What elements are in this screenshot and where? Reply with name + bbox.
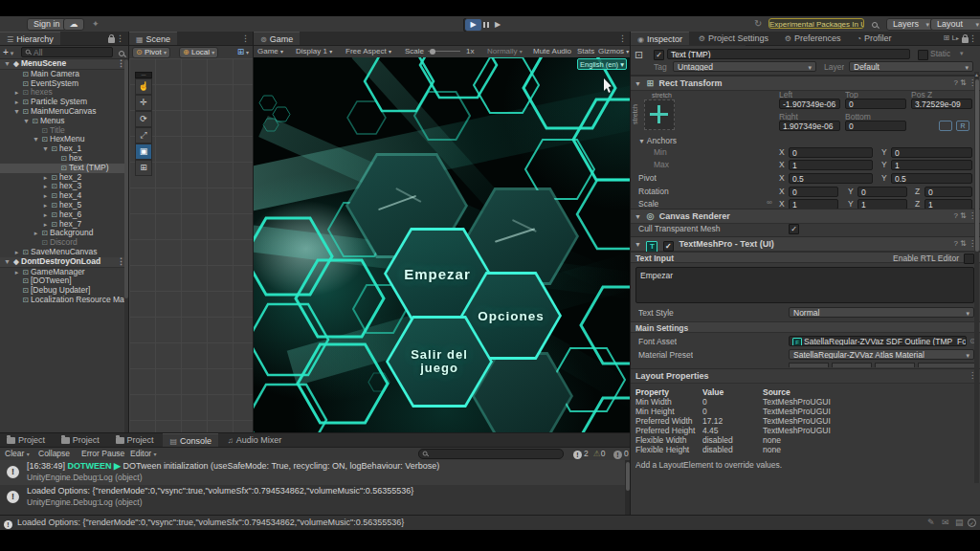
error-count-badge[interactable]: !0 xyxy=(613,448,629,459)
hierarchy-item[interactable]: ▼⊡hex_1 xyxy=(0,144,128,154)
scale-link-icon[interactable]: ∞ xyxy=(767,198,772,207)
game-viewport[interactable]: Empezar Opciones Salir del juego English… xyxy=(254,57,630,432)
editor-dropdown[interactable]: Editor ▾ xyxy=(130,449,157,458)
experimental-packages-button[interactable]: Experimental Packages In Use ▾ xyxy=(768,18,864,29)
hierarchy-menu-icon[interactable]: ⋮ xyxy=(116,33,124,43)
raw-edit-mode-button[interactable]: R xyxy=(956,121,969,131)
log-entry[interactable]: ! Loaded Options: {"renderMode":0,"vsync… xyxy=(0,485,630,516)
stats-button[interactable]: Stats xyxy=(577,47,594,55)
anchor-min-y[interactable]: 0 xyxy=(891,147,972,158)
tab-inspector[interactable]: ◉Inspector xyxy=(631,32,689,45)
tmp-text-area[interactable]: Empezar xyxy=(635,267,974,303)
gameobject-name-field[interactable]: Text (TMP) xyxy=(667,49,910,59)
inspector-menu-icon[interactable]: ⋮ xyxy=(969,33,977,43)
tool-move[interactable]: ✛ xyxy=(135,95,152,111)
tab-preferences[interactable]: ⚙Preferences xyxy=(778,32,848,45)
package-icon[interactable]: ✉ xyxy=(942,518,949,527)
tab-project-3[interactable]: Project xyxy=(109,433,161,447)
cull-transparent-mesh-checkbox[interactable]: ✓ xyxy=(789,224,799,234)
tab-audio-mixer[interactable]: ♫Audio Mixer xyxy=(221,433,289,447)
refresh-icon[interactable]: ↻ xyxy=(754,18,762,29)
top-field[interactable]: 0 xyxy=(845,99,906,109)
more-tabs-icon[interactable]: ⊞ L▸ xyxy=(944,33,959,42)
anchor-max-y[interactable]: 1 xyxy=(891,160,972,170)
search-icon[interactable] xyxy=(872,20,879,31)
pause-button-bar2[interactable] xyxy=(487,22,489,28)
tab-project-settings[interactable]: ⚙Project Settings xyxy=(692,32,775,45)
tmp-enabled-checkbox[interactable]: ✓ xyxy=(663,241,674,252)
scene-viewport[interactable]: — ☝ ✛ ⟳ ⤢ ▣ ⊞ xyxy=(129,58,253,432)
text-style-dropdown[interactable]: Normal▾ xyxy=(789,307,974,318)
static-dropdown-icon[interactable]: ▾ xyxy=(960,50,964,57)
gizmos-dropdown[interactable]: Gizmos ▾ xyxy=(598,47,629,55)
mute-audio-button[interactable]: Mute Audio xyxy=(533,47,571,55)
aspect-dropdown[interactable]: Free Aspect ▾ xyxy=(345,47,391,55)
clear-button[interactable]: Clear ▾ xyxy=(5,449,30,458)
anchors-foldout[interactable]: Anchors xyxy=(647,136,677,145)
tool-hand[interactable]: ☝ xyxy=(135,78,152,95)
lock-icon[interactable] xyxy=(108,34,115,45)
play-button[interactable]: ▶ xyxy=(465,19,481,31)
anchor-max-x[interactable]: 1 xyxy=(789,160,873,170)
language-dropdown[interactable]: English (en) ▾ xyxy=(577,58,627,70)
anchor-min-x[interactable]: 0 xyxy=(789,147,873,158)
material-preset-dropdown[interactable]: SatellaRegular-ZVVaz Atlas Material▾ xyxy=(789,349,974,360)
layout-dropdown[interactable]: Layout▾ xyxy=(930,18,980,31)
left-field[interactable]: -1.907349e-06 xyxy=(779,99,840,109)
cache-server-icon[interactable]: ✎ xyxy=(927,518,935,527)
layers-dropdown[interactable]: Layers▾ xyxy=(886,18,936,31)
help-icon[interactable]: ? xyxy=(953,78,957,87)
collapse-button[interactable]: Collapse xyxy=(38,449,70,458)
scale-slider[interactable] xyxy=(428,51,460,52)
gameobject-cube-icon[interactable]: ⊡ xyxy=(635,49,643,61)
rotation-z[interactable]: 0 xyxy=(924,187,972,197)
pivot-x[interactable]: 0.5 xyxy=(789,173,873,184)
tab-scene[interactable]: ▦Scene xyxy=(129,32,177,45)
tool-rect[interactable]: ▣ xyxy=(135,143,152,160)
active-checkbox[interactable]: ✓ xyxy=(654,50,664,60)
presets-icon[interactable]: ⇅ xyxy=(960,78,967,87)
info-count-badge[interactable]: !2 xyxy=(573,448,589,459)
rotation-x[interactable]: 0 xyxy=(789,187,838,197)
activity-icon[interactable]: ▤ xyxy=(955,518,964,527)
console-search-input[interactable] xyxy=(418,449,564,459)
tab-profiler[interactable]: ◔Profiler xyxy=(850,32,898,45)
console-scrollbar[interactable] xyxy=(625,460,630,516)
layout-properties-header[interactable]: Layout Properties ⋮ xyxy=(631,368,980,384)
right-field[interactable]: 1.907349e-06 xyxy=(779,121,840,131)
rtl-checkbox[interactable] xyxy=(964,253,974,264)
tab-project-2[interactable]: Project xyxy=(55,433,106,447)
hierarchy-search-input[interactable]: All xyxy=(21,47,113,57)
tmp-header[interactable]: ▼ T ✓ TextMeshPro - Text (UI) ? ⇅ ⋮ xyxy=(631,236,980,252)
blueprint-mode-button[interactable] xyxy=(939,121,952,131)
collab-icon[interactable]: ✦ xyxy=(92,19,100,29)
tool-scale[interactable]: ⤢ xyxy=(135,127,152,143)
canvas-renderer-header[interactable]: ▼ ◎ Canvas Renderer ? ⇅ ⋮ xyxy=(631,209,980,224)
hierarchy-scrollbar[interactable] xyxy=(124,59,128,432)
pivot-y[interactable]: 0.5 xyxy=(891,173,972,184)
palette-drag-handle[interactable]: — xyxy=(135,72,152,78)
focus-mode-dropdown[interactable]: Normally ▾ xyxy=(487,47,523,55)
tag-dropdown[interactable]: Untagged▾ xyxy=(673,61,816,72)
lock-icon[interactable] xyxy=(962,34,969,45)
sign-in-button[interactable]: Sign in xyxy=(27,18,67,31)
create-button[interactable]: + ▾ xyxy=(3,47,13,57)
error-pause-button[interactable]: Error Pause xyxy=(81,449,124,458)
posz-field[interactable]: 3.72529e-09 xyxy=(911,99,972,109)
tool-transform[interactable]: ⊞ xyxy=(135,160,152,176)
game-mode-dropdown[interactable]: Game ▾ xyxy=(257,47,283,55)
tab-hierarchy[interactable]: ☰Hierarchy xyxy=(0,32,60,45)
pivot-toggle[interactable]: ⊙ Pivot ▾ xyxy=(132,47,170,58)
log-entry[interactable]: ! [16:38:49] DOTWEEN ▶ DOTween initializ… xyxy=(0,460,630,486)
status-ok-icon[interactable]: ✓ xyxy=(968,518,976,527)
layer-dropdown[interactable]: Default▾ xyxy=(849,61,973,72)
search-window-icon[interactable] xyxy=(119,49,125,59)
rect-transform-header[interactable]: ▼ ⊞ Rect Transform ? ⇅ ⋮ xyxy=(631,76,980,91)
pause-button[interactable] xyxy=(483,22,485,28)
cloud-button[interactable]: ☁ xyxy=(63,18,84,31)
tab-game[interactable]: ⊚Game xyxy=(254,32,300,45)
hierarchy-item[interactable]: ⊡Localization Resource Manage xyxy=(0,296,128,305)
static-checkbox[interactable] xyxy=(918,50,928,60)
scene-panel-menu-icon[interactable]: ⋮ xyxy=(241,33,250,43)
tab-project-1[interactable]: Project xyxy=(0,433,52,447)
